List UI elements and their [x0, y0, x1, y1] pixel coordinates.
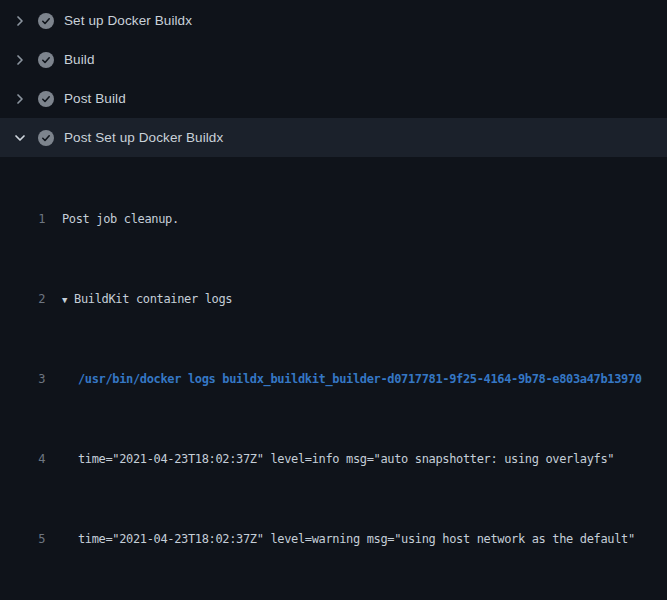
log-line-number[interactable]: 1 [0, 209, 45, 229]
chevron-right-icon [12, 52, 28, 68]
log-line-text: time="2021-04-23T18:02:37Z" level=warnin… [45, 529, 635, 549]
log-viewer: 1 Post job cleanup. 2 ▼BuildKit containe… [0, 157, 667, 600]
log-line-content: time="2021-04-23T18:02:37Z" level=warnin… [78, 532, 635, 546]
check-circle-icon [38, 91, 54, 107]
step-label: Post Set up Docker Buildx [64, 130, 223, 145]
log-line-text: /usr/bin/docker logs buildx_buildkit_bui… [45, 369, 642, 389]
log-line: 4 time="2021-04-23T18:02:37Z" level=info… [0, 449, 667, 469]
log-line: 3 /usr/bin/docker logs buildx_buildkit_b… [0, 369, 667, 389]
log-line-number[interactable]: 3 [0, 369, 45, 389]
log-line: 5 time="2021-04-23T18:02:37Z" level=warn… [0, 529, 667, 549]
step-list: Set up Docker Buildx Build Post Build [0, 0, 667, 157]
log-line: 2 ▼BuildKit container logs [0, 289, 667, 309]
log-line-number[interactable]: 4 [0, 449, 45, 469]
log-line-text: time="2021-04-23T18:02:37Z" level=info m… [45, 449, 614, 469]
step-label: Set up Docker Buildx [64, 13, 192, 28]
step-header-set-up-docker-buildx[interactable]: Set up Docker Buildx [0, 1, 667, 40]
step-header-post-set-up-docker-buildx[interactable]: Post Set up Docker Buildx [0, 118, 667, 157]
step-label: Post Build [64, 91, 126, 106]
group-toggle-icon[interactable]: ▼ [62, 295, 67, 305]
check-circle-icon [38, 13, 54, 29]
log-line-content: time="2021-04-23T18:02:37Z" level=info m… [78, 452, 614, 466]
check-circle-icon [38, 52, 54, 68]
chevron-down-icon [12, 130, 28, 146]
step-label: Build [64, 52, 95, 67]
log-line-text: ▼BuildKit container logs [45, 289, 232, 309]
log-line-content: BuildKit container logs [74, 292, 232, 306]
log-line-content: Post job cleanup. [62, 212, 179, 226]
check-circle-icon [38, 130, 54, 146]
log-line-content: /usr/bin/docker logs buildx_buildkit_bui… [78, 372, 642, 386]
chevron-right-icon [12, 91, 28, 107]
step-header-build[interactable]: Build [0, 40, 667, 79]
log-line-number[interactable]: 5 [0, 529, 45, 549]
log-line-number[interactable]: 2 [0, 289, 45, 309]
log-line: 1 Post job cleanup. [0, 209, 667, 229]
log-line-text: Post job cleanup. [45, 209, 179, 229]
step-header-post-build[interactable]: Post Build [0, 79, 667, 118]
chevron-right-icon [12, 13, 28, 29]
